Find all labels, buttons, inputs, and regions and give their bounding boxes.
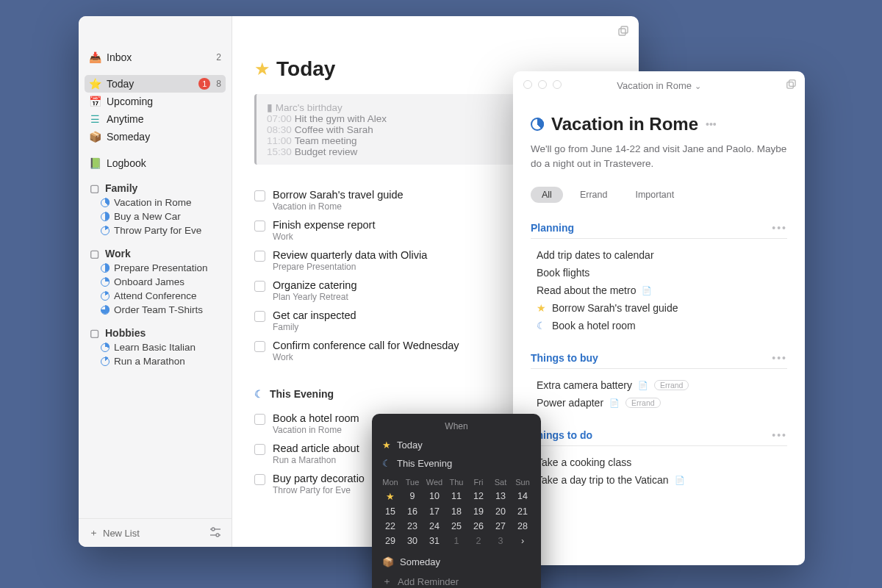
calendar-day[interactable]: 28 bbox=[512, 519, 534, 534]
sidebar-project[interactable]: Vacation in Rome bbox=[79, 196, 232, 209]
calendar-day[interactable]: 30 bbox=[401, 534, 423, 548]
task-project: Vacation in Rome bbox=[273, 201, 404, 212]
task-checkbox[interactable] bbox=[254, 251, 265, 262]
sidebar-today[interactable]: ⭐ Today 1 8 bbox=[85, 75, 226, 93]
inbox-label: Inbox bbox=[107, 51, 210, 63]
project-body: Vacation in Rome ••• We'll go from June … bbox=[513, 99, 805, 521]
sidebar-area[interactable]: ▢Work bbox=[79, 246, 232, 261]
sidebar-area[interactable]: ▢Family bbox=[79, 181, 232, 196]
more-icon[interactable]: ••• bbox=[772, 222, 787, 234]
sidebar-inbox[interactable]: 📥 Inbox 2 bbox=[79, 49, 232, 66]
task-checkbox[interactable] bbox=[254, 311, 265, 322]
progress-pie-icon bbox=[101, 278, 110, 287]
calendar-day[interactable]: 20 bbox=[490, 504, 512, 519]
task-title: Borrow Sarah's travel guide bbox=[273, 189, 404, 201]
calendar-day[interactable]: 29 bbox=[379, 534, 401, 548]
new-list-button[interactable]: ＋ New List bbox=[89, 526, 140, 539]
calendar-day[interactable]: 21 bbox=[512, 504, 534, 519]
calendar-day[interactable]: 17 bbox=[423, 504, 445, 519]
calendar-day[interactable]: 11 bbox=[445, 489, 467, 504]
calendar-day[interactable]: 3 bbox=[490, 534, 512, 548]
sidebar-project[interactable]: Throw Party for Eve bbox=[79, 223, 232, 237]
when-today[interactable]: ★ Today bbox=[372, 436, 541, 454]
task-row[interactable]: Power adapter 📄 Errand bbox=[531, 394, 787, 412]
task-checkbox[interactable] bbox=[254, 414, 265, 425]
when-this-evening[interactable]: ☾ This Evening bbox=[372, 454, 541, 473]
tag[interactable]: Errand bbox=[654, 380, 689, 390]
task-row[interactable]: ☾Book a hotel room bbox=[531, 317, 787, 334]
calendar-day[interactable]: 23 bbox=[401, 519, 423, 534]
calendar-day[interactable]: 10 bbox=[423, 489, 445, 504]
section-heading[interactable]: Things to do••• bbox=[531, 429, 787, 446]
calendar-day[interactable]: 18 bbox=[445, 504, 467, 519]
sidebar-upcoming[interactable]: 📅 Upcoming bbox=[79, 93, 232, 110]
when-someday[interactable]: 📦 Someday bbox=[372, 553, 541, 571]
more-icon[interactable]: ••• bbox=[706, 118, 717, 130]
task-row[interactable]: ★Borrow Sarah's travel guide bbox=[531, 299, 787, 317]
task-title: Book flights bbox=[537, 267, 589, 279]
more-icon[interactable]: ••• bbox=[772, 429, 787, 441]
task-checkbox[interactable] bbox=[254, 281, 265, 292]
sidebar-area[interactable]: ▢Hobbies bbox=[79, 326, 232, 340]
progress-pie-icon bbox=[101, 226, 110, 235]
more-icon[interactable]: ••• bbox=[772, 352, 787, 364]
section-heading[interactable]: Planning••• bbox=[531, 222, 787, 239]
task-checkbox[interactable] bbox=[254, 341, 265, 352]
calendar-day[interactable]: 26 bbox=[467, 519, 490, 534]
sidebar-anytime[interactable]: ☰ Anytime bbox=[79, 110, 232, 128]
task-checkbox[interactable] bbox=[254, 220, 265, 232]
calendar-day[interactable]: 14 bbox=[512, 489, 534, 504]
calendar-day[interactable]: 1 bbox=[445, 534, 467, 548]
task-project: Throw Party for Eve bbox=[273, 485, 365, 495]
settings-icon[interactable] bbox=[209, 527, 221, 539]
section-heading[interactable]: Things to buy••• bbox=[531, 352, 787, 369]
calendar-day[interactable]: 15 bbox=[379, 504, 401, 519]
calendar-day[interactable]: 13 bbox=[490, 489, 512, 504]
task-checkbox[interactable] bbox=[254, 444, 265, 455]
calendar-day[interactable]: 24 bbox=[423, 519, 445, 534]
calendar-day[interactable]: 9 bbox=[401, 489, 423, 504]
sidebar-project[interactable]: Onboard James bbox=[79, 275, 232, 289]
sidebar-project[interactable]: Run a Marathon bbox=[79, 354, 232, 368]
task-row[interactable]: Extra camera battery 📄 Errand bbox=[531, 376, 787, 394]
calendar-day[interactable]: 25 bbox=[445, 519, 467, 534]
task-title: Get car inspected bbox=[273, 309, 356, 321]
task-row[interactable]: Take a day trip to the Vatican 📄 bbox=[531, 471, 787, 489]
sidebar-someday[interactable]: 📦 Someday bbox=[79, 128, 232, 146]
calendar-day[interactable]: 22 bbox=[379, 519, 401, 534]
share-icon[interactable] bbox=[785, 79, 796, 92]
moon-icon: ☾ bbox=[254, 388, 264, 400]
sidebar-project[interactable]: Attend Conference bbox=[79, 289, 232, 303]
task-row[interactable]: Book flights bbox=[531, 264, 787, 282]
project-title: Vacation in Rome ••• bbox=[531, 114, 787, 135]
calendar-day[interactable]: 27 bbox=[490, 519, 512, 534]
project-notes[interactable]: We'll go from June 14-22 and visit Jane … bbox=[531, 142, 787, 171]
task-project: Prepare Presentation bbox=[273, 262, 427, 272]
project-section: Things to buy•••Extra camera battery 📄 E… bbox=[531, 352, 787, 412]
tag[interactable]: Errand bbox=[625, 398, 661, 408]
sidebar-project[interactable]: Buy a New Car bbox=[79, 209, 232, 223]
calendar-day[interactable]: 31 bbox=[423, 534, 445, 548]
filter-errand[interactable]: Errand bbox=[569, 187, 619, 203]
sidebar-project[interactable]: Prepare Presentation bbox=[79, 261, 232, 275]
sidebar-project[interactable]: Learn Basic Italian bbox=[79, 340, 232, 354]
task-checkbox[interactable] bbox=[254, 190, 265, 201]
progress-pie-icon bbox=[101, 212, 110, 221]
add-reminder[interactable]: ＋ Add Reminder bbox=[372, 571, 541, 588]
task-row[interactable]: Read about the metro 📄 bbox=[531, 282, 787, 299]
window-title[interactable]: Vacation in Rome ⌄ bbox=[617, 80, 700, 91]
calendar-day[interactable]: 2 bbox=[467, 534, 490, 548]
calendar-day[interactable]: 16 bbox=[401, 504, 423, 519]
task-row[interactable]: Add trip dates to calendar bbox=[531, 246, 787, 264]
filter-important[interactable]: Important bbox=[624, 187, 685, 203]
task-checkbox[interactable] bbox=[254, 474, 265, 485]
calendar-today-star[interactable]: ★ bbox=[379, 489, 401, 504]
calendar-day[interactable]: 19 bbox=[467, 504, 490, 519]
filter-all[interactable]: All bbox=[531, 187, 563, 203]
sidebar-project[interactable]: Order Team T-Shirts bbox=[79, 303, 232, 317]
note-icon: 📄 bbox=[675, 476, 685, 485]
sidebar-logbook[interactable]: 📗 Logbook bbox=[79, 154, 232, 172]
calendar-next-icon[interactable]: › bbox=[512, 534, 534, 548]
calendar-day[interactable]: 12 bbox=[467, 489, 490, 504]
task-row[interactable]: Take a cooking class bbox=[531, 453, 787, 471]
